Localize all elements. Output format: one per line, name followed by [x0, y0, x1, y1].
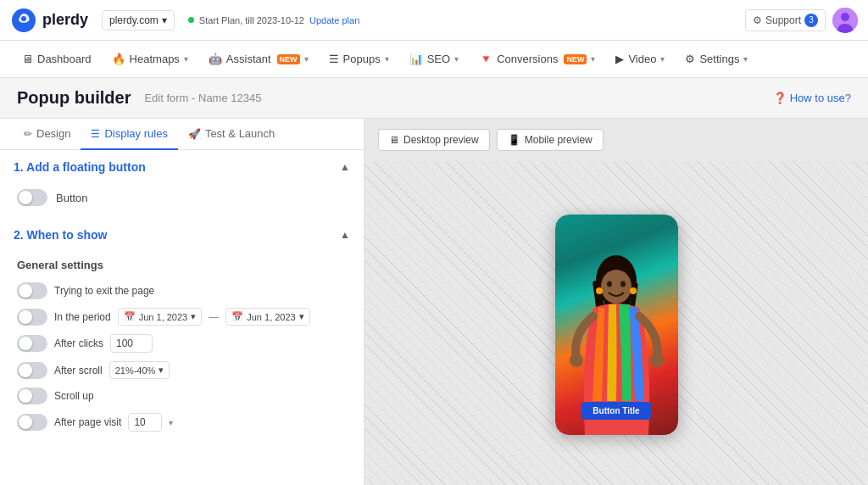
plerdy-logo-icon: [10, 7, 37, 34]
nav-dashboard[interactable]: 🖥 Dashboard: [14, 41, 100, 78]
svg-point-3: [841, 13, 849, 21]
tab-design[interactable]: ✏ Design: [14, 119, 81, 150]
support-count-badge: 3: [804, 14, 818, 27]
chevron-down-icon: ▾: [184, 54, 188, 64]
domain-chevron-icon: ▾: [162, 14, 167, 26]
chevron-down-icon: ▾: [304, 54, 309, 64]
toggle-knob: [19, 284, 32, 298]
nav-conversions[interactable]: 🔻 Conversions NEW ▾: [470, 41, 604, 78]
exit-page-label: Trying to exit the page: [54, 285, 154, 297]
question-icon: ❓: [773, 92, 787, 104]
general-settings-title: General settings: [17, 259, 347, 271]
section1-header[interactable]: 1. Add a floating button ▲: [0, 150, 364, 184]
toggle-knob: [19, 415, 32, 429]
date-start-input[interactable]: 📅 Jun 1, 2023 ▾: [118, 308, 203, 326]
logo-area: plerdy: [10, 7, 88, 34]
svg-point-20: [650, 354, 664, 367]
how-to-use-link[interactable]: ❓ How to use?: [773, 92, 851, 104]
page-title: Popup builder: [17, 88, 131, 108]
exit-page-row: Trying to exit the page: [17, 278, 347, 304]
after-clicks-toggle[interactable]: [17, 335, 47, 352]
pencil-icon: ✏: [24, 128, 32, 140]
monitor-icon: 🖥: [22, 53, 33, 65]
chevron-down-icon: ▾: [385, 54, 389, 64]
tab-bar: ✏ Design ☰ Display rules 🚀 Test & Launch: [0, 119, 364, 150]
right-panel: 🖥 Desktop preview 📱 Mobile preview: [364, 119, 868, 485]
chevron-down-icon: ▾: [743, 54, 748, 64]
nav-assistant[interactable]: 🤖 Assistant NEW ▾: [200, 41, 317, 78]
nav-popups[interactable]: ☰ Popups ▾: [320, 41, 398, 78]
scroll-value: 21%-40%: [115, 365, 156, 376]
toggle-knob: [19, 389, 32, 403]
button-toggle-row: Button: [0, 184, 364, 211]
nav-video[interactable]: ▶ Video ▾: [607, 41, 673, 78]
calendar-icon: 📅: [231, 311, 243, 322]
video-icon: ▶: [615, 53, 624, 65]
tab-display-rules-label: Display rules: [104, 127, 167, 140]
mobile-preview-button[interactable]: 📱 Mobile preview: [497, 129, 604, 151]
after-scroll-toggle[interactable]: [17, 362, 47, 379]
page-header: Popup builder Edit form - Name 12345 ❓ H…: [0, 78, 868, 119]
after-scroll-select[interactable]: 21%-40% ▾: [109, 361, 170, 379]
logo-text: plerdy: [42, 11, 88, 29]
tab-display-rules[interactable]: ☰ Display rules: [81, 119, 177, 150]
main-nav: 🖥 Dashboard 🔥 Heatmaps ▾ 🤖 Assistant NEW…: [0, 41, 868, 78]
svg-point-14: [601, 270, 632, 304]
top-bar: plerdy plerdy.com ▾ Start Plan, till 202…: [0, 0, 868, 41]
nav-seo-label: SEO: [427, 53, 450, 65]
domain-selector[interactable]: plerdy.com ▾: [102, 10, 175, 31]
page-visit-chevron-icon: ▾: [169, 418, 173, 427]
after-page-visit-toggle[interactable]: [17, 414, 47, 431]
popups-icon: ☰: [329, 53, 339, 65]
toggle-knob: [19, 364, 32, 377]
calendar-icon: 📅: [124, 311, 136, 322]
after-clicks-input[interactable]: [110, 334, 153, 353]
nav-heatmaps-label: Heatmaps: [130, 53, 180, 65]
chevron-down-icon: ▾: [591, 54, 595, 64]
date-end-input[interactable]: 📅 Jun 1, 2023 ▾: [225, 308, 310, 326]
nav-seo[interactable]: 📊 SEO ▾: [401, 41, 467, 78]
heatmap-icon: 🔥: [112, 53, 125, 65]
domain-value: plerdy.com: [109, 14, 159, 26]
after-page-visit-input[interactable]: [128, 413, 162, 432]
mobile-preview-label: Mobile preview: [525, 134, 593, 146]
user-avatar[interactable]: [832, 8, 858, 33]
how-to-label: How to use?: [790, 92, 851, 104]
in-period-label: In the period: [54, 311, 111, 323]
in-period-toggle[interactable]: [17, 309, 47, 326]
content-area: ✏ Design ☰ Display rules 🚀 Test & Launch…: [0, 119, 868, 485]
breadcrumb: Edit form - Name 12345: [144, 92, 261, 104]
conversions-new-badge: NEW: [564, 54, 587, 64]
nav-conversions-label: Conversions: [497, 53, 558, 65]
scroll-up-row: Scroll up: [17, 383, 347, 409]
gear-icon: ⚙: [753, 14, 762, 26]
support-button[interactable]: ⚙ Support 3: [745, 9, 826, 31]
preview-area: Button Title: [364, 161, 868, 485]
plan-text: Start Plan, till 2023-10-12: [199, 15, 304, 25]
exit-page-toggle[interactable]: [17, 282, 47, 299]
preview-bar: 🖥 Desktop preview 📱 Mobile preview: [364, 119, 868, 161]
svg-point-18: [630, 287, 637, 294]
after-page-visit-row: After page visit ▾: [17, 409, 347, 436]
button-toggle-label: Button: [56, 192, 88, 204]
section2-header[interactable]: 2. When to show ▲: [0, 218, 364, 252]
scroll-up-toggle[interactable]: [17, 387, 47, 404]
tab-test-launch[interactable]: 🚀 Test & Launch: [178, 119, 285, 150]
conversions-icon: 🔻: [479, 53, 492, 65]
nav-heatmaps[interactable]: 🔥 Heatmaps ▾: [103, 41, 197, 78]
after-scroll-row: After scroll 21%-40% ▾: [17, 357, 347, 383]
support-label: Support: [765, 14, 801, 26]
button-toggle[interactable]: [17, 189, 47, 206]
desktop-preview-button[interactable]: 🖥 Desktop preview: [378, 129, 490, 151]
update-plan-link[interactable]: Update plan: [309, 15, 359, 25]
plan-status-dot: [188, 17, 194, 23]
toggle-knob: [19, 310, 32, 324]
phone-preview: Button Title: [555, 215, 678, 435]
after-clicks-row: After clicks: [17, 330, 347, 357]
date-end-value: Jun 1, 2023: [247, 312, 296, 322]
desktop-preview-label: Desktop preview: [403, 134, 479, 146]
launch-icon: 🚀: [188, 128, 201, 140]
settings-icon: ⚙: [685, 53, 695, 65]
nav-settings[interactable]: ⚙ Settings ▾: [676, 41, 756, 78]
nav-assistant-label: Assistant: [226, 53, 271, 65]
